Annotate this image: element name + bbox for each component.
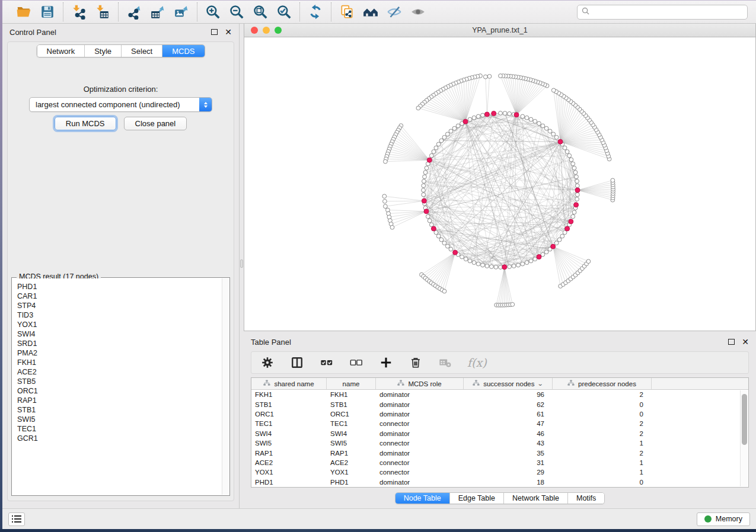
first-neighbors-icon[interactable] — [360, 2, 381, 21]
hide-selected-icon[interactable] — [384, 2, 405, 21]
cell-name[interactable]: ORC1 — [327, 411, 376, 418]
network-window-titlebar[interactable]: YPA_prune.txt_1 — [244, 24, 755, 37]
table-scrollbar[interactable] — [740, 390, 748, 486]
table-row[interactable]: STB1STB1dominator620 — [251, 399, 748, 409]
mcds-result-item[interactable]: ACE2 — [17, 367, 217, 377]
cell-predecessor_nodes[interactable]: 2 — [553, 450, 652, 457]
cell-predecessor_nodes[interactable]: 1 — [553, 459, 652, 466]
table-scrollbar-thumb[interactable] — [742, 394, 747, 445]
cell-predecessor_nodes[interactable]: 1 — [553, 469, 652, 476]
mcds-result-item[interactable]: FKH1 — [17, 358, 217, 367]
zoom-in-icon[interactable] — [202, 2, 224, 21]
cell-shared_name[interactable]: RAP1 — [251, 450, 327, 457]
cell-name[interactable]: ACE2 — [327, 459, 376, 466]
mcds-result-item[interactable]: SRD1 — [17, 339, 217, 348]
column-header-shared-name[interactable]: shared name — [251, 378, 327, 389]
cell-successor_nodes[interactable]: 35 — [464, 450, 553, 457]
mcds-result-item[interactable]: RAP1 — [17, 396, 217, 405]
mcds-result-item[interactable]: PMA2 — [17, 348, 217, 358]
mcds-result-item[interactable]: SWI4 — [17, 329, 217, 339]
cell-mcds_role[interactable]: dominator — [376, 401, 464, 408]
copy-network-icon[interactable] — [336, 2, 358, 21]
table-row[interactable]: SWI4SWI4dominator462 — [251, 429, 748, 438]
console-toggle-button[interactable] — [8, 512, 25, 526]
export-table-icon[interactable] — [147, 2, 168, 21]
cell-shared_name[interactable]: SWI4 — [251, 430, 327, 437]
table-row[interactable]: RAP1RAP1dominator352 — [251, 448, 748, 457]
cell-predecessor_nodes[interactable]: 2 — [553, 420, 652, 427]
mcds-result-item[interactable]: ORC1 — [17, 386, 217, 396]
cell-predecessor_nodes[interactable]: 0 — [553, 411, 652, 418]
table-settings-icon[interactable] — [260, 355, 275, 370]
show-columns-icon[interactable] — [289, 355, 305, 370]
table-row[interactable]: ORC1ORC1dominator610 — [251, 409, 748, 419]
open-file-icon[interactable] — [13, 2, 34, 21]
mcds-result-item[interactable]: GCR1 — [17, 434, 217, 443]
cell-predecessor_nodes[interactable]: 2 — [553, 391, 652, 398]
cell-successor_nodes[interactable]: 61 — [464, 411, 553, 418]
cell-mcds_role[interactable]: dominator — [376, 391, 464, 398]
cell-mcds_role[interactable]: connector — [376, 420, 464, 427]
tab-edge-table[interactable]: Edge Table — [450, 493, 504, 504]
table-row[interactable]: YOX1YOX1connector291 — [251, 467, 748, 477]
add-row-icon[interactable] — [378, 355, 394, 370]
mcds-result-item[interactable]: STB1 — [17, 405, 217, 415]
export-image-icon[interactable] — [171, 2, 192, 21]
cell-successor_nodes[interactable]: 96 — [464, 391, 553, 398]
save-session-icon[interactable] — [37, 2, 58, 21]
cell-mcds_role[interactable]: dominator — [376, 430, 464, 437]
cell-mcds_role[interactable]: connector — [376, 469, 464, 476]
memory-button[interactable]: Memory — [697, 512, 750, 526]
mcds-result-item[interactable]: SWI5 — [17, 415, 217, 424]
zoom-out-icon[interactable] — [226, 2, 247, 21]
cell-successor_nodes[interactable]: 18 — [464, 479, 553, 486]
mcds-result-list[interactable]: PHD1CAR1STP4TID3YOX1SWI4SRD1PMA2FKH1ACE2… — [12, 278, 222, 495]
cell-successor_nodes[interactable]: 31 — [464, 459, 553, 466]
export-network-icon[interactable] — [123, 2, 145, 21]
splitter-grip[interactable] — [240, 259, 243, 268]
cell-successor_nodes[interactable]: 47 — [464, 420, 553, 427]
cell-name[interactable]: PHD1 — [327, 479, 376, 486]
cell-name[interactable]: RAP1 — [327, 450, 376, 457]
cell-shared_name[interactable]: FKH1 — [251, 391, 327, 398]
cell-shared_name[interactable]: ACE2 — [251, 459, 327, 466]
column-header-MCDS-role[interactable]: MCDS role — [376, 378, 464, 389]
table-row[interactable]: ACE2ACE2connector311 — [251, 458, 748, 467]
show-all-icon[interactable] — [407, 2, 429, 21]
deselect-all-rows-icon[interactable] — [349, 355, 364, 370]
optimization-criterion-select[interactable]: largest connected component (undirected) — [29, 97, 212, 112]
import-table-icon[interactable] — [92, 2, 113, 21]
search-box[interactable] — [577, 5, 748, 20]
table-row[interactable]: SWI5SWI5connector431 — [251, 438, 748, 448]
cell-shared_name[interactable]: YOX1 — [251, 469, 327, 476]
column-header-predecessor-nodes[interactable]: predecessor nodes — [553, 378, 652, 389]
sort-chevron-icon[interactable]: ⌄ — [537, 380, 544, 387]
float-panel-icon[interactable] — [211, 29, 218, 35]
cell-predecessor_nodes[interactable]: 0 — [553, 479, 652, 486]
table-row[interactable]: FKH1FKH1dominator962 — [251, 390, 748, 399]
cell-successor_nodes[interactable]: 62 — [464, 401, 553, 408]
cell-name[interactable]: SWI4 — [327, 430, 376, 437]
close-table-panel-icon[interactable]: ✕ — [742, 339, 749, 345]
cell-shared_name[interactable]: TEC1 — [251, 420, 327, 427]
select-all-rows-icon[interactable] — [319, 355, 334, 370]
tab-style[interactable]: Style — [85, 45, 122, 57]
zoom-selected-icon[interactable] — [273, 2, 295, 21]
cell-shared_name[interactable]: SWI5 — [251, 440, 327, 447]
cell-shared_name[interactable]: PHD1 — [251, 479, 327, 486]
cell-predecessor_nodes[interactable]: 0 — [553, 401, 652, 408]
refresh-icon[interactable] — [305, 2, 326, 21]
mcds-result-scrollbar[interactable] — [222, 278, 229, 495]
table-row[interactable]: TEC1TEC1connector472 — [251, 419, 748, 428]
mcds-result-item[interactable]: STB5 — [17, 377, 217, 386]
mcds-result-item[interactable]: CAR1 — [17, 291, 217, 301]
network-graph[interactable] — [244, 37, 755, 330]
cell-mcds_role[interactable]: dominator — [376, 450, 464, 457]
mcds-result-item[interactable]: TID3 — [17, 310, 217, 320]
cell-name[interactable]: FKH1 — [327, 391, 376, 398]
cell-name[interactable]: YOX1 — [327, 469, 376, 476]
zoom-fit-icon[interactable] — [250, 2, 271, 21]
cell-successor_nodes[interactable]: 29 — [464, 469, 553, 476]
tab-node-table[interactable]: Node Table — [395, 493, 450, 504]
import-network-icon[interactable] — [68, 2, 90, 21]
